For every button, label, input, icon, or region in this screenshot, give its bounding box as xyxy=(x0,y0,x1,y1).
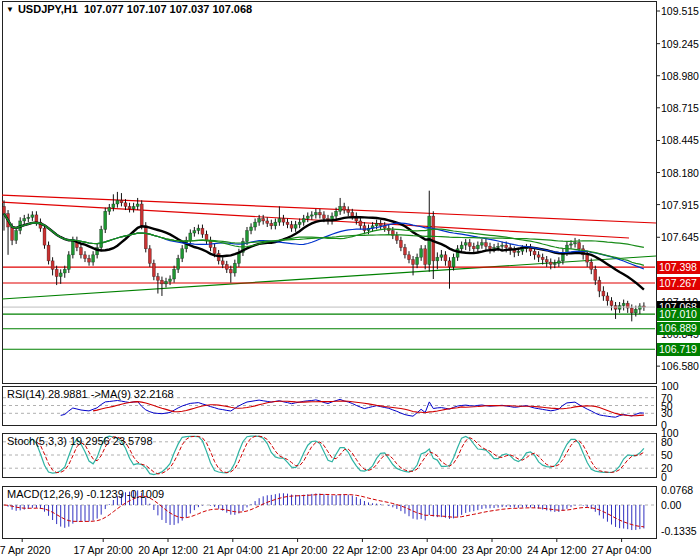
candle-body xyxy=(484,243,487,247)
symbol-dropdown-icon[interactable]: ▼ xyxy=(6,5,14,14)
candle-body xyxy=(140,204,143,226)
stoch-scale-label: 50 xyxy=(661,449,673,461)
candle-body xyxy=(594,269,597,280)
candle-body xyxy=(432,216,435,261)
candle-body xyxy=(517,251,520,252)
candle-body xyxy=(59,273,62,277)
rsi-scale-label: 100 xyxy=(661,380,679,392)
candle-body xyxy=(193,231,196,233)
candle-body xyxy=(189,233,192,240)
time-axis-label: 27 Apr 04:00 xyxy=(586,544,658,556)
candle-body xyxy=(440,255,443,257)
candle-body xyxy=(634,309,637,313)
candle-body xyxy=(298,222,301,224)
candle-body xyxy=(290,225,293,229)
candle-body xyxy=(15,231,18,241)
candle-body xyxy=(270,223,273,225)
candle-body xyxy=(88,258,91,262)
y-axis-tick-label: 108.445 xyxy=(661,134,699,146)
candle-body xyxy=(35,215,38,222)
candle-body xyxy=(11,227,14,240)
candle-body xyxy=(67,255,70,270)
candle-body xyxy=(351,212,354,216)
price-marker-label: 107.267 xyxy=(657,277,700,290)
macd-scale-label: -0.1335 xyxy=(661,525,697,537)
macd-indicator-label: MACD(12,26,9) -0.1239 -0.1009 xyxy=(7,488,164,500)
candle-body xyxy=(31,215,34,217)
y-axis-tick-label: 107.915 xyxy=(661,199,699,211)
candle-body xyxy=(124,203,127,207)
candle-body xyxy=(27,217,30,218)
candle-body xyxy=(173,269,176,279)
candle-body xyxy=(254,222,257,227)
candle-body xyxy=(250,227,253,231)
candle-body xyxy=(436,257,439,261)
candle-body xyxy=(266,221,269,223)
candle-body xyxy=(448,261,451,267)
candle-body xyxy=(424,249,427,265)
stoch-scale-label: 0 xyxy=(661,471,667,483)
candle-body xyxy=(104,211,107,229)
candle-body xyxy=(197,228,200,230)
time-axis-label: 23 Apr 04:00 xyxy=(391,544,463,556)
candle-body xyxy=(100,229,103,247)
candle-body xyxy=(630,308,633,313)
candle-body xyxy=(578,243,581,249)
candle-body xyxy=(335,211,338,216)
candle-body xyxy=(602,291,605,296)
candle-body xyxy=(79,248,82,255)
candle-body xyxy=(116,200,119,204)
time-axis-label: 24 Apr 12:00 xyxy=(521,544,593,556)
candle-body xyxy=(322,215,325,219)
candle-body xyxy=(347,210,350,212)
y-axis-tick-label: 106.580 xyxy=(661,360,699,372)
candle-body xyxy=(622,303,625,305)
candle-body xyxy=(43,228,46,245)
candle-body xyxy=(533,251,536,255)
candle-body xyxy=(395,235,398,240)
chart-title-bar: ▼USDJPY,H1 107.077 107.107 107.037 107.0… xyxy=(6,3,252,15)
candle-body xyxy=(63,269,66,273)
candle-body xyxy=(452,257,455,267)
candle-body xyxy=(545,260,548,262)
candle-body xyxy=(51,261,54,269)
stoch-scale-label: 80 xyxy=(661,436,673,448)
main-pane[interactable] xyxy=(3,2,657,384)
candle-body xyxy=(420,249,423,257)
y-axis-tick-label: 109.245 xyxy=(661,38,699,50)
candle-body xyxy=(399,240,402,247)
chart-canvas[interactable] xyxy=(0,0,700,560)
chart-ohlc-values: 107.077 107.107 107.037 107.068 xyxy=(84,3,252,15)
time-axis-label: 20 Apr 12:00 xyxy=(132,544,204,556)
candle-body xyxy=(408,255,411,260)
candle-body xyxy=(258,219,261,223)
candle-body xyxy=(23,219,26,221)
candle-body xyxy=(128,206,131,208)
candle-body xyxy=(476,245,479,249)
macd-scale-label: 0.0768 xyxy=(661,484,693,496)
candle-body xyxy=(590,262,593,269)
candle-body xyxy=(464,243,467,245)
candle-body xyxy=(55,269,58,276)
y-axis-tick-label: 107.645 xyxy=(661,231,699,243)
candle-body xyxy=(610,301,613,306)
rsi-scale-label: 30 xyxy=(661,407,673,419)
candle-body xyxy=(638,306,641,309)
y-axis-tick-label: 108.180 xyxy=(661,167,699,179)
price-marker-label: 107.010 xyxy=(657,308,700,321)
y-axis-tick-label: 108.980 xyxy=(661,70,699,82)
candle-body xyxy=(379,223,382,225)
candle-body xyxy=(343,206,346,210)
candle-body xyxy=(314,212,317,214)
candle-body xyxy=(570,244,573,245)
candle-body xyxy=(606,296,609,301)
candle-body xyxy=(246,231,249,242)
candle-body xyxy=(318,212,321,214)
time-axis-label: 17 Apr 2020 xyxy=(0,544,58,556)
candle-body xyxy=(501,245,504,246)
rsi-indicator-label: RSI(14) 28.9881 ->MA(9) 32.2168 xyxy=(7,388,174,400)
time-axis-label: 21 Apr 20:00 xyxy=(262,544,334,556)
candle-body xyxy=(156,277,159,281)
y-axis-tick-label: 109.515 xyxy=(661,5,699,17)
candle-body xyxy=(412,260,415,265)
